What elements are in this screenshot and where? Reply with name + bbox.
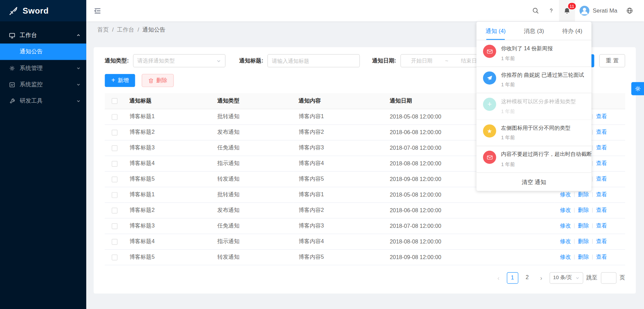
notification-item-read[interactable]: + 这种模板可以区分多种通知类型 1 年前 bbox=[477, 93, 592, 120]
cell-type: 指示通知 bbox=[212, 156, 293, 171]
sidebar-item-system-admin[interactable]: 系统管理 bbox=[0, 60, 86, 76]
row-checkbox[interactable] bbox=[112, 114, 118, 120]
sidebar-subitem-label: 通知公告 bbox=[20, 48, 43, 55]
delete-link[interactable]: 删除 bbox=[578, 238, 589, 244]
cell-date: 2018-08-08 12:00:00 bbox=[385, 234, 555, 249]
breadcrumb-separator: / bbox=[138, 26, 139, 34]
view-link[interactable]: 查看 bbox=[596, 207, 607, 213]
page-number-2[interactable]: 2 bbox=[521, 272, 533, 284]
view-link[interactable]: 查看 bbox=[596, 113, 607, 120]
sidebar-item-label: 系统管理 bbox=[20, 65, 76, 72]
sidebar-item-label: 研发工具 bbox=[20, 97, 76, 105]
chevron-up-icon bbox=[76, 33, 80, 37]
page-number-1[interactable]: 1 bbox=[507, 272, 518, 284]
notification-title: 左侧图标用于区分不同的类型 bbox=[501, 124, 570, 131]
add-button[interactable]: + 新增 bbox=[105, 74, 135, 87]
breadcrumb-current: 通知公告 bbox=[142, 26, 165, 34]
cell-title: 博客标题4 bbox=[124, 234, 212, 249]
search-icon[interactable] bbox=[528, 0, 543, 21]
cell-content: 博客内容3 bbox=[294, 218, 385, 234]
view-link[interactable]: 查看 bbox=[596, 129, 607, 135]
sidebar-item-system-monitor[interactable]: 系统监控 bbox=[0, 76, 86, 93]
sidebar-collapse-button[interactable] bbox=[94, 7, 102, 15]
batch-delete-button[interactable]: 删除 bbox=[142, 74, 174, 87]
edit-link[interactable]: 修改 bbox=[560, 254, 571, 260]
notification-item[interactable]: 你推荐的 曲妮妮 已通过第三轮面试 1 年前 bbox=[477, 67, 592, 93]
row-checkbox[interactable] bbox=[112, 239, 118, 244]
cell-content: 博客内容2 bbox=[294, 202, 385, 218]
next-page-button[interactable]: › bbox=[536, 274, 546, 281]
row-checkbox[interactable] bbox=[112, 254, 118, 260]
notice-title-input[interactable] bbox=[272, 58, 355, 64]
notification-item[interactable]: 你收到了 14 份新周报 1 年前 bbox=[477, 40, 592, 67]
notification-count-badge: 11 bbox=[568, 3, 576, 9]
row-checkbox[interactable] bbox=[112, 161, 118, 167]
edit-link[interactable]: 修改 bbox=[560, 238, 571, 244]
notification-title: 这种模板可以区分多种通知类型 bbox=[501, 98, 576, 105]
edit-link[interactable]: 修改 bbox=[560, 222, 571, 229]
cell-type: 任免通知 bbox=[212, 218, 293, 234]
row-checkbox[interactable] bbox=[112, 177, 118, 182]
cell-content: 博客内容2 bbox=[294, 124, 385, 140]
chevron-down-icon bbox=[76, 99, 80, 103]
sidebar-item-workbench[interactable]: 工作台 bbox=[0, 27, 86, 43]
page-size-select[interactable]: 10 条/页 bbox=[549, 272, 583, 284]
gear-icon bbox=[634, 86, 641, 92]
view-link[interactable]: 查看 bbox=[596, 145, 607, 151]
sidebar-item-notice[interactable]: 通知公告 bbox=[0, 43, 86, 60]
delete-link[interactable]: 删除 bbox=[578, 222, 589, 229]
cell-content: 博客内容5 bbox=[294, 171, 385, 187]
row-checkbox[interactable] bbox=[112, 145, 118, 151]
star-icon: ★ bbox=[483, 124, 496, 138]
cell-title: 博客标题2 bbox=[124, 124, 212, 140]
reset-button[interactable]: 重 置 bbox=[600, 54, 625, 68]
theme-settings-button[interactable] bbox=[631, 82, 644, 95]
logo[interactable]: Sword bbox=[0, 0, 86, 21]
delete-link[interactable]: 删除 bbox=[578, 207, 589, 213]
view-link[interactable]: 查看 bbox=[596, 176, 607, 182]
prev-page-button[interactable]: ‹ bbox=[494, 274, 503, 281]
row-checkbox[interactable] bbox=[112, 208, 118, 214]
row-checkbox[interactable] bbox=[112, 223, 118, 229]
mail-icon bbox=[483, 45, 496, 58]
notification-time: 1 年前 bbox=[501, 55, 553, 62]
tab-messages[interactable]: 消息 (3) bbox=[515, 22, 553, 40]
view-link[interactable]: 查看 bbox=[596, 254, 607, 260]
notice-type-select[interactable]: 请选择通知类型 bbox=[133, 54, 225, 68]
cell-title: 博客标题3 bbox=[124, 140, 212, 156]
breadcrumb-workbench[interactable]: 工作台 bbox=[117, 26, 134, 34]
breadcrumb-home[interactable]: 首页 bbox=[97, 26, 109, 34]
clear-notifications-button[interactable]: 清空 通知 bbox=[477, 173, 592, 191]
jump-page-input[interactable] bbox=[601, 272, 616, 284]
notifications-bell-button[interactable]: 11 bbox=[559, 0, 575, 21]
select-all-checkbox[interactable] bbox=[112, 98, 118, 104]
view-link[interactable]: 查看 bbox=[596, 222, 607, 229]
cell-title: 博客标题3 bbox=[124, 218, 212, 234]
wrench-icon bbox=[9, 98, 16, 104]
edit-link[interactable]: 修改 bbox=[560, 191, 571, 197]
notification-item[interactable]: ★ 左侧图标用于区分不同的类型 1 年前 bbox=[477, 120, 592, 146]
delete-link[interactable]: 删除 bbox=[578, 191, 589, 197]
sidebar-item-dev-tools[interactable]: 研发工具 bbox=[0, 93, 86, 109]
send-icon bbox=[483, 71, 496, 85]
tab-notifications[interactable]: 通知 (4) bbox=[477, 22, 515, 40]
sidebar-item-label: 工作台 bbox=[20, 32, 76, 39]
notification-title: 你推荐的 曲妮妮 已通过第三轮面试 bbox=[501, 71, 584, 78]
view-link[interactable]: 查看 bbox=[596, 191, 607, 197]
view-link[interactable]: 查看 bbox=[596, 160, 607, 166]
tab-todos[interactable]: 待办 (4) bbox=[553, 22, 591, 40]
top-header: 11 Serati Ma bbox=[86, 0, 644, 21]
notification-title: 内容不要超过两行字，超出时自动截断 bbox=[501, 151, 592, 158]
view-link[interactable]: 查看 bbox=[596, 238, 607, 244]
user-menu[interactable]: Serati Ma bbox=[575, 0, 622, 21]
cell-type: 任免通知 bbox=[212, 140, 293, 156]
notification-time: 1 年前 bbox=[501, 108, 576, 115]
help-icon[interactable] bbox=[543, 0, 559, 21]
notification-item[interactable]: 内容不要超过两行字，超出时自动截断 1 年前 bbox=[477, 146, 592, 173]
edit-link[interactable]: 修改 bbox=[560, 207, 571, 213]
sidebar: Sword 工作台 通知公告 bbox=[0, 0, 86, 309]
row-checkbox[interactable] bbox=[112, 192, 118, 198]
language-globe-icon[interactable] bbox=[622, 0, 638, 21]
row-checkbox[interactable] bbox=[112, 130, 118, 135]
delete-link[interactable]: 删除 bbox=[578, 254, 589, 260]
